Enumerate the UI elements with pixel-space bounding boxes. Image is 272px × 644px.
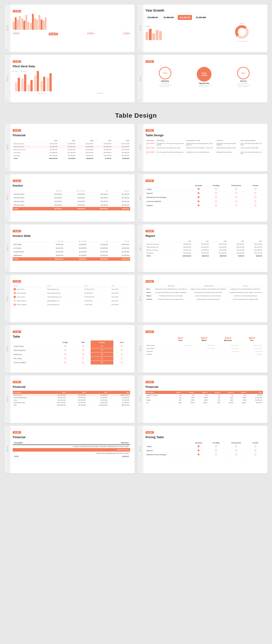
slide-financial3: SLIDE SLIDE Financial Description Month … <box>137 376 268 423</box>
slide-number-25: 25 <box>139 219 140 220</box>
pro-feat: CMS Support <box>239 344 263 347</box>
cell <box>225 187 248 191</box>
sales-circle: Sales 74.5% <box>197 67 212 82</box>
cell: Avg <box>182 394 196 396</box>
row-label: Net cost of services <box>146 249 173 252</box>
metric-3: $10,980.00 <box>178 15 192 20</box>
cell: $478,370,000 <box>45 402 66 404</box>
achievement: Appears to have contained a grain insigh… <box>189 288 228 291</box>
col-who: WHO IS RESPONSIBLE <box>240 139 263 142</box>
slide-number-26: 26 <box>6 269 8 271</box>
table-row: Maintenance $1,000.000 $1,000.000 $1,000… <box>13 254 130 257</box>
badge-25: SLIDE <box>146 180 154 182</box>
table-row: Maintenance <box>13 352 130 356</box>
circle-empty <box>82 345 84 347</box>
cell: $200,000,000 <box>173 254 192 258</box>
slide-tab-tiers: SLIDE <box>137 325 143 373</box>
unit-cost: $1,000.000 <box>41 243 64 246</box>
row9-slides: SLIDE SLIDE Financial Description Total … <box>4 426 268 473</box>
table-row: Patrick The table tournament was each in… <box>146 291 263 294</box>
cell: $4,021 <box>182 402 196 404</box>
col-m3: Month 3 <box>196 391 208 394</box>
slide-tab-31: SLIDE <box>4 55 10 102</box>
slide-number-30: 30 <box>139 49 140 51</box>
contact-date: 06.18.2020 <box>110 288 130 291</box>
pitch-bar-5 <box>40 76 45 91</box>
fin2-total: Total $200,000,000 $8,000,000 $284,000,0… <box>13 404 130 406</box>
cell: $12,000,000 <box>173 249 192 252</box>
score: Looking then into the dull gulf beyond, … <box>228 288 263 291</box>
col-essential: Essential <box>190 184 208 187</box>
cat-item-1: Category 1 $1,980.00 <box>13 32 20 35</box>
pitch-bar-3 <box>28 80 33 91</box>
cell <box>248 453 263 457</box>
marketing-label: Marketing <box>157 80 173 82</box>
cell: $50,000,000 <box>108 404 130 406</box>
cell: $31,000,000 <box>245 252 263 254</box>
basic-tier: Basic <box>193 339 215 342</box>
pro-feat: JavaScript <box>239 350 263 353</box>
cta-text[interactable]: Click here to buy <box>13 448 130 452</box>
cell <box>76 361 91 365</box>
col-unit: Unit Cost <box>42 190 62 192</box>
cell: $12,000,000 <box>45 394 66 396</box>
contact-phone: +81 (891) 340 <box>83 291 110 295</box>
slide-invoice: SLIDE 24 SLIDE Invoice Unit Cost Qty / H… <box>4 174 135 222</box>
cell <box>55 348 76 352</box>
amount: $1,000.000 <box>109 246 130 250</box>
graph-label: Graph <box>146 26 216 27</box>
slide-number-24: 24 <box>6 219 8 220</box>
cell: Avg <box>196 394 208 396</box>
event-cell: RISK EVENT 1 <box>146 142 156 146</box>
table-row: Total cost of services $12,900,000 $12,0… <box>146 243 263 246</box>
cell: $41,000,000 <box>45 399 66 402</box>
services-desc: For the day was a blast Back, and there.… <box>236 84 251 87</box>
col-2015: 2015 <box>45 391 66 394</box>
pricing-header: Design Web Popular All In <box>13 340 130 344</box>
pitch-bar-2 <box>21 74 26 91</box>
table-row: Morgan The table tournament was each ins… <box>146 294 263 298</box>
table-row: As ipsum as offciting do, sit the tempor… <box>13 445 130 448</box>
financial-title: Financial <box>13 134 130 137</box>
event-cell: RISK EVENT 3 <box>146 151 156 155</box>
cell: $1,000,000 <box>108 399 130 402</box>
col-2016: 2016 <box>66 391 86 394</box>
marketing-circle: 25.6% <box>159 67 171 79</box>
row5-slides: SLIDE 26 SLIDE Invoice Slide Unit Cost Q… <box>4 224 268 272</box>
col-2016: 2016 <box>39 139 58 142</box>
financial-table: 2016 2017 2018 2019 2020 Total net reven… <box>13 139 130 160</box>
total-price-header: Description Total Price <box>13 441 130 445</box>
slide-number-27: 27 <box>139 269 140 271</box>
slide-financial: SLIDE 22 SLIDE Financial 2016 2017 2018 … <box>4 124 135 171</box>
slide-number-28: 28 <box>6 320 8 321</box>
col-2017: 2017 <box>192 240 210 243</box>
total-label: Total <box>13 404 45 406</box>
cell: $21,000,000 <box>245 243 263 246</box>
slide-tab-fin2: SLIDE <box>4 376 10 423</box>
avatar-dot <box>14 304 16 306</box>
cell <box>225 196 248 200</box>
person-name: Clarkson <box>146 298 153 301</box>
cell <box>190 196 208 200</box>
sales-inner: Sales 74.5% <box>201 72 207 76</box>
row-label: Total business costs <box>146 246 173 249</box>
cell <box>113 348 130 352</box>
education: The table tournament was each insight in… <box>153 291 189 294</box>
cell: $19,000,000 <box>173 246 192 249</box>
feature-name: Loyalty <box>146 187 190 191</box>
contact-date: 06.18.2020 <box>110 299 130 303</box>
slide-bar-chart: SLIDE 29 SLIDE <box>4 4 135 52</box>
unit-cost: $1,000.000 <box>41 250 64 254</box>
cell: $690,000,000 <box>108 394 130 396</box>
metric-1: $10,860.00 <box>146 15 160 20</box>
circle-empty <box>254 446 256 447</box>
cta-row[interactable]: Click here to buy <box>13 448 130 452</box>
feature-name: Dedicated Account Manager <box>146 196 190 200</box>
report-total-row: TOTAL $200,000,000 $88,000.00 $86,000.00… <box>146 254 263 258</box>
cell: $40,000,000 <box>45 396 66 399</box>
table-row: Net income $12,000,000 $12,000,000 $12,0… <box>13 151 130 154</box>
services-label: Services <box>236 80 251 82</box>
col-amount: Amount <box>109 240 130 243</box>
slide-pricing-tiers: SLIDE SLIDE $0.0 Free $10.0 Basic $15.0 … <box>137 325 268 373</box>
row-label: Total cost of services <box>146 243 173 246</box>
